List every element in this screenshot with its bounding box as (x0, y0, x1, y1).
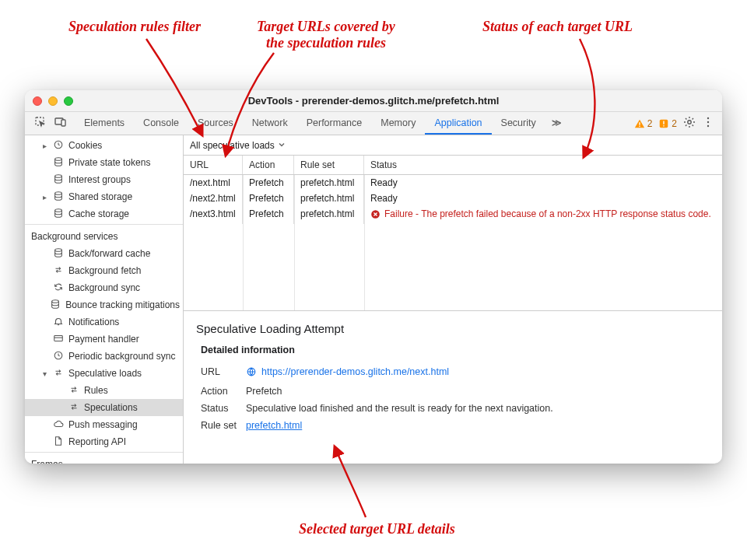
svg-point-9 (707, 117, 709, 119)
minimize-button[interactable] (48, 96, 58, 106)
sidebar-item-label: Bounce tracking mitigations (65, 299, 180, 310)
cell-ruleset: prefetch.html (294, 191, 364, 206)
sidebar-item-back-forward-cache[interactable]: Back/forward cache (25, 245, 183, 262)
cell-status: Ready (364, 191, 722, 206)
sidebar-item-label: Cookies (68, 140, 102, 151)
annotation-status: Status of each target URL (482, 19, 633, 35)
sidebar-item-label: Rules (84, 385, 108, 396)
sidebar-section-background-services: Background services (25, 226, 183, 245)
titlebar: DevTools - prerender-demos.glitch.me/pre… (25, 90, 722, 112)
db-icon (53, 156, 64, 170)
sidebar-section-frames: Frames (25, 454, 183, 464)
svg-rect-6 (664, 121, 665, 124)
bell-icon (53, 316, 64, 329)
tab-performance[interactable]: Performance (297, 112, 372, 135)
tab-security[interactable]: Security (492, 112, 545, 135)
clock-icon (53, 139, 64, 152)
cell-status: Failure - The prefetch failed because of… (364, 206, 722, 224)
db-icon (53, 208, 64, 221)
col-header-action[interactable]: Action (243, 156, 294, 174)
settings-icon[interactable] (683, 116, 696, 131)
detail-url-link[interactable]: https://prerender-demos.glitch.me/next.h… (246, 366, 449, 377)
device-icon[interactable] (54, 116, 67, 131)
speculative-loads-filter[interactable]: All speculative loads (190, 140, 275, 151)
close-button[interactable] (33, 96, 42, 106)
panel-tabs: ElementsConsoleSourcesNetworkPerformance… (25, 112, 722, 135)
more-tabs-button[interactable]: ≫ (545, 112, 568, 135)
sidebar-item-label: Background sync (68, 282, 140, 293)
chevron-down-icon (278, 140, 286, 151)
application-sidebar: ▸CookiesPrivate state tokensInterest gro… (25, 135, 184, 464)
tab-console[interactable]: Console (134, 112, 188, 135)
db-icon (53, 191, 64, 204)
sidebar-item-push-messaging[interactable]: Push messaging (25, 416, 183, 433)
main-panel: All speculative loads URL Action Rule se… (184, 135, 722, 464)
sidebar-item-rules[interactable]: Rules (25, 382, 183, 399)
col-header-url[interactable]: URL (184, 156, 243, 174)
col-header-ruleset[interactable]: Rule set (294, 156, 364, 174)
sidebar-item-label: Reporting API (68, 436, 126, 447)
svg-point-17 (55, 248, 62, 251)
detail-url-label: URL (201, 366, 237, 380)
sidebar-item-label: Notifications (68, 317, 119, 327)
detail-ruleset-label: Rule set (201, 420, 237, 431)
sidebar-item-speculations[interactable]: Speculations (25, 399, 183, 416)
sidebar-item-speculative-loads[interactable]: ▾Speculative loads (25, 365, 183, 382)
annotation-details: Selected target URL details (299, 521, 455, 537)
zoom-button[interactable] (64, 96, 73, 106)
col-header-status[interactable]: Status (364, 156, 722, 174)
detail-ruleset-link[interactable]: prefetch.html (246, 420, 302, 431)
tab-application[interactable]: Application (425, 112, 491, 135)
sidebar-item-bounce-tracking-mitigations[interactable]: Bounce tracking mitigations (25, 296, 183, 313)
svg-point-16 (55, 208, 62, 212)
sidebar-item-notifications[interactable]: Notifications (25, 313, 183, 331)
detail-status-label: Status (201, 403, 237, 414)
sidebar-item-background-fetch[interactable]: Background fetch (25, 262, 183, 279)
svg-point-18 (52, 299, 59, 303)
table-row[interactable]: /next3.htmlPrefetchprefetch.htmlFailure … (184, 206, 722, 224)
detail-action-value: Prefetch (246, 386, 711, 397)
sidebar-item-label: Periodic background sync (68, 351, 175, 362)
issues-indicator[interactable]: 2 (658, 118, 677, 129)
sidebar-item-background-sync[interactable]: Background sync (25, 279, 183, 296)
arrows-icon (68, 384, 79, 397)
svg-point-15 (55, 191, 62, 194)
table-row[interactable]: /next2.htmlPrefetchprefetch.htmlReady (184, 191, 722, 206)
tab-elements[interactable]: Elements (75, 112, 134, 135)
annotation-filter: Speculation rules filter (68, 19, 201, 35)
tab-memory[interactable]: Memory (371, 112, 425, 135)
sidebar-item-shared-storage[interactable]: ▸Shared storage (25, 188, 183, 205)
svg-point-8 (688, 121, 691, 124)
detail-section-heading: Detailed information (201, 345, 711, 355)
sidebar-item-periodic-background-sync[interactable]: Periodic background sync (25, 348, 183, 365)
arrows-icon (53, 264, 64, 278)
sidebar-item-private-state-tokens[interactable]: Private state tokens (25, 154, 183, 171)
inspect-icon[interactable] (34, 116, 47, 131)
warnings-indicator[interactable]: 2 (634, 118, 653, 129)
sidebar-item-interest-groups[interactable]: Interest groups (25, 171, 183, 188)
table-header: URL Action Rule set Status (184, 156, 722, 175)
sidebar-item-cookies[interactable]: ▸Cookies (25, 137, 183, 154)
sidebar-item-payment-handler[interactable]: Payment handler (25, 331, 183, 348)
tab-sources[interactable]: Sources (188, 112, 243, 135)
sidebar-item-label: Background fetch (68, 265, 141, 276)
svg-point-13 (55, 157, 62, 160)
toolbar-left-icons (26, 112, 75, 135)
detail-action-label: Action (201, 386, 237, 397)
db-icon (50, 299, 61, 312)
svg-point-11 (707, 125, 709, 127)
tab-network[interactable]: Network (243, 112, 297, 135)
sidebar-item-reporting-api[interactable]: Reporting API (25, 433, 183, 450)
sidebar-item-label: Push messaging (68, 419, 138, 430)
devtools-window: DevTools - prerender-demos.glitch.me/pre… (25, 90, 722, 464)
traffic-lights (33, 96, 73, 106)
detail-status-value: Speculative load finished and the result… (246, 403, 711, 414)
sidebar-item-cache-storage[interactable]: Cache storage (25, 205, 183, 222)
svg-rect-7 (664, 125, 665, 126)
annotation-urls: Target URLs covered by the speculation r… (257, 19, 395, 51)
warnings-count: 2 (647, 118, 653, 129)
filter-bar: All speculative loads (184, 135, 722, 156)
kebab-menu-icon[interactable] (702, 116, 714, 131)
table-row[interactable]: /next.htmlPrefetchprefetch.htmlReady (184, 175, 722, 191)
db-icon (53, 173, 64, 187)
